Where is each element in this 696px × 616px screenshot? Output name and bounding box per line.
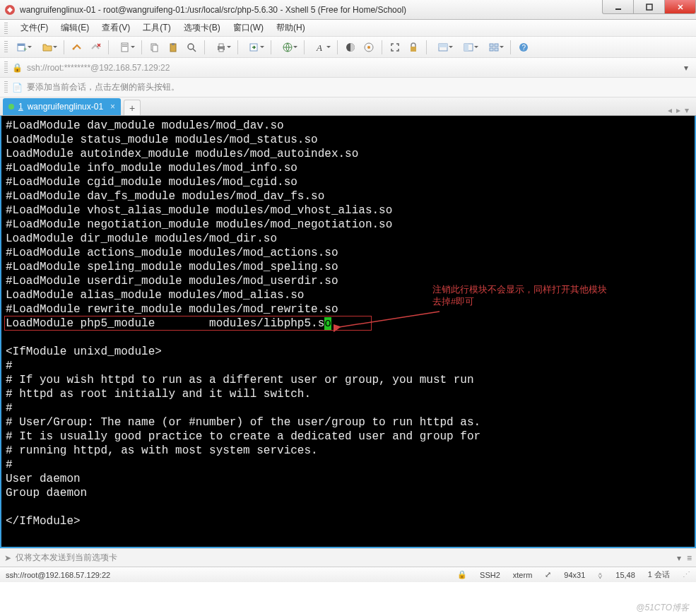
svg-point-23 (367, 46, 370, 49)
svg-rect-11 (153, 45, 158, 52)
tab-prev-icon[interactable]: ◂ (668, 105, 672, 115)
grip-icon (4, 41, 8, 54)
hint-text: 要添加当前会话，点击左侧的箭头按钮。 (27, 81, 179, 93)
print-button[interactable] (210, 40, 232, 55)
tab-bar: 1 wangruifenglinux-01 × + ◂ ▸ ▾ (0, 97, 696, 116)
grip-icon (4, 61, 8, 74)
menu-view[interactable]: 查看(V) (99, 20, 133, 35)
grip-icon (4, 23, 8, 34)
svg-rect-16 (219, 44, 223, 47)
watermark: @51CTO博客 (636, 602, 689, 614)
compose-dropdown-icon[interactable]: ▾ (677, 553, 681, 563)
menu-window[interactable]: 窗口(W) (230, 20, 266, 35)
layout-vertical-button[interactable] (457, 40, 480, 55)
window-title: wangruifenglinux-01 - root@wangruifeng-0… (20, 5, 603, 15)
terminal[interactable]: #LoadModule dav_module modules/mod_dav.s… (0, 116, 696, 548)
svg-rect-1 (615, 8, 621, 10)
disconnect-button[interactable] (88, 40, 103, 55)
terminal-line: #LoadModule negotiation_module modules/m… (6, 218, 690, 232)
compose-placeholder[interactable]: 仅将文本发送到当前选项卡 (16, 552, 673, 564)
svg-rect-7 (122, 43, 128, 52)
maximize-button[interactable] (633, 0, 665, 14)
toolbar: + A ? (0, 37, 696, 58)
status-dot-icon (8, 104, 14, 109)
font-button[interactable]: A (309, 40, 332, 55)
tab-close-icon[interactable]: × (110, 102, 115, 112)
svg-rect-2 (647, 4, 652, 10)
color-scheme-button[interactable] (343, 40, 358, 55)
copy-button[interactable] (147, 40, 163, 55)
terminal-line: #LoadModule speling_module modules/mod_s… (6, 260, 690, 274)
terminal-line (6, 500, 690, 514)
tab-number: 1 (18, 102, 23, 112)
fullscreen-button[interactable] (387, 40, 403, 55)
terminal-line: # (6, 359, 690, 373)
paste-button[interactable] (165, 40, 181, 55)
separator (271, 40, 271, 54)
compose-bar: ➤ 仅将文本发送到当前选项卡 ▾ ≡ (0, 548, 696, 567)
terminal-cursor: o (324, 317, 331, 330)
terminal-line: # It is usually good practice to create … (6, 430, 690, 444)
terminal-line: LoadModule status_module modules/mod_sta… (6, 133, 690, 147)
svg-rect-26 (439, 44, 447, 47)
minimize-button[interactable] (602, 0, 634, 14)
address-dropdown[interactable]: ▾ (680, 63, 692, 73)
add-tab-button[interactable]: + (124, 100, 141, 115)
address-text[interactable]: ssh://root:********@192.168.57.129:22 (27, 63, 676, 73)
terminal-line: LoadModule dir_module modules/mod_dir.so (6, 232, 690, 246)
transfer-button[interactable] (243, 40, 266, 55)
layout-horizontal-button[interactable] (432, 40, 454, 55)
svg-point-14 (188, 44, 194, 49)
terminal-line: # If you wish httpd to run as a differen… (6, 373, 690, 387)
terminal-line: # running httpd, as with most system ser… (6, 444, 690, 458)
properties-button[interactable] (114, 40, 136, 55)
help-button[interactable]: ? (516, 40, 531, 55)
terminal-line: LoadModule php5_module modules/libphp5.s… (6, 316, 690, 331)
compose-menu-icon[interactable]: ≡ (687, 553, 692, 563)
reconnect-button[interactable] (69, 40, 85, 55)
address-bar: 🔒 ssh://root:********@192.168.57.129:22 … (0, 58, 696, 78)
annotation-text: 注销此行模块不会显示，同样打开其他模块 去掉#即可 (432, 283, 607, 307)
lock-icon: 🔒 (457, 570, 467, 579)
highlight-button[interactable] (361, 40, 377, 55)
find-button[interactable] (184, 40, 199, 55)
layout-grid-button[interactable] (483, 40, 505, 55)
menu-help[interactable]: 帮助(H) (273, 20, 308, 35)
separator (382, 40, 382, 54)
encoding-button[interactable] (276, 40, 299, 55)
separator (237, 40, 238, 54)
session-tab[interactable]: 1 wangruifenglinux-01 × (3, 98, 121, 115)
terminal-line (6, 331, 690, 345)
add-session-icon[interactable]: 📄 (12, 83, 23, 93)
svg-text:+: + (23, 46, 27, 53)
status-connection: ssh://root@192.168.57.129:22 (6, 571, 110, 579)
separator (108, 40, 109, 54)
separator (204, 40, 205, 54)
open-button[interactable] (36, 40, 59, 55)
menu-tab[interactable]: 选项卡(B) (181, 20, 223, 35)
svg-rect-31 (490, 48, 493, 51)
svg-rect-28 (464, 44, 468, 51)
separator (64, 40, 64, 54)
lock-button[interactable] (406, 40, 421, 55)
terminal-line: <IfModule unixd_module> (6, 345, 690, 359)
send-icon[interactable]: ➤ (4, 553, 11, 563)
cursor-icon: ⎀ (598, 571, 603, 579)
lock-icon: 🔒 (12, 63, 23, 73)
terminal-line: #LoadModule info_module modules/mod_info… (6, 161, 690, 175)
svg-rect-24 (411, 47, 416, 52)
terminal-line: Group daemon (6, 486, 690, 500)
new-session-button[interactable]: + (11, 40, 33, 55)
tab-next-icon[interactable]: ▸ (676, 105, 680, 115)
tab-list-icon[interactable]: ▾ (685, 105, 689, 115)
svg-rect-8 (122, 45, 127, 45)
menu-file[interactable]: 文件(F) (18, 20, 51, 35)
terminal-line: #LoadModule dav_module modules/mod_dav.s… (6, 119, 690, 133)
status-bar: ssh://root@192.168.57.129:22 🔒 SSH2 xter… (0, 567, 696, 582)
close-button[interactable] (664, 0, 696, 14)
terminal-line: LoadModule autoindex_module modules/mod_… (6, 147, 690, 161)
menu-tools[interactable]: 工具(T) (140, 20, 173, 35)
separator (337, 40, 338, 54)
size-icon: ⤢ (545, 570, 551, 579)
menu-edit[interactable]: 编辑(E) (58, 20, 92, 35)
